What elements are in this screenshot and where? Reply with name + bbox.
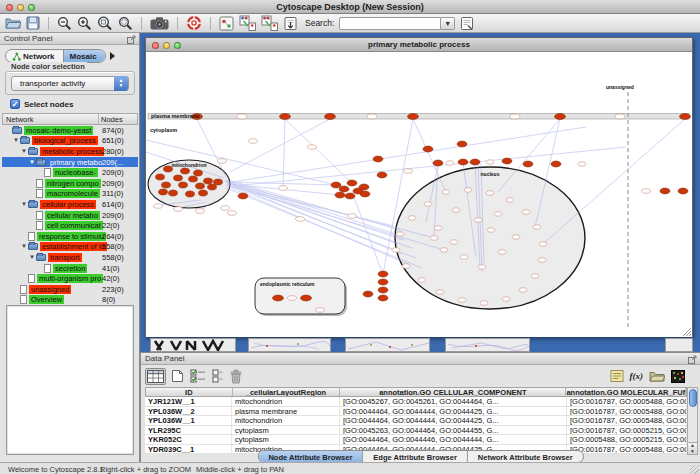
- fx-formula-icon[interactable]: f(x): [629, 370, 645, 382]
- tree-row[interactable]: cellular metabo209(0): [2, 210, 138, 221]
- cytoplasm-label: cytoplasm: [150, 127, 177, 133]
- page-icon: [36, 189, 43, 198]
- float-panel-icon[interactable]: [127, 35, 136, 44]
- column-header-region[interactable]: _cellularLayoutRegion: [233, 388, 341, 396]
- background-window-fragment[interactable]: [150, 338, 236, 352]
- status-pan-hint: Middle-click + drag to PAN: [196, 465, 284, 474]
- background-window-fragment[interactable]: [345, 338, 430, 352]
- select-nodes-checkbox[interactable]: ✓: [10, 99, 20, 109]
- disclosure-triangle-icon[interactable]: ▼: [21, 148, 28, 155]
- dropdown-stepper-icon: ▲▼: [114, 76, 128, 91]
- tab-network-attribute-browser[interactable]: Network Attribute Browser: [467, 451, 583, 462]
- tree-row[interactable]: ▼metabolic process280(0): [2, 146, 138, 157]
- page-icon: [44, 264, 51, 273]
- disclosure-triangle-icon[interactable]: ▼: [29, 159, 36, 166]
- scrollbar-thumb[interactable]: [689, 389, 698, 407]
- tree-header-nodes[interactable]: Nodes: [99, 114, 137, 124]
- table-row[interactable]: YPL036W__1mitochondrion[GO:0044464, GO:0…: [145, 416, 687, 426]
- disclosure-triangle-icon[interactable]: ▼: [29, 254, 36, 261]
- toolbar-separator: [210, 17, 211, 30]
- unselect-attributes-icon[interactable]: [211, 368, 224, 384]
- tab-overflow-arrow-icon[interactable]: [110, 52, 115, 60]
- zoom-out-icon[interactable]: [57, 16, 72, 31]
- tree-row[interactable]: nitrogen compo209(0): [2, 178, 138, 189]
- status-bar: Welcome to Cytoscape 2.8.1 Right-click +…: [0, 462, 700, 474]
- snapshot-camera-icon[interactable]: [150, 16, 169, 30]
- table-row[interactable]: YKR052Ccytoplasm[GO:0044464, GO:0044446,…: [145, 435, 687, 445]
- tree-row[interactable]: multi-organism pro42(0): [2, 273, 138, 284]
- tab-mosaic[interactable]: Mosaic: [63, 50, 105, 62]
- notepad-icon[interactable]: [609, 368, 625, 384]
- search-input[interactable]: [339, 17, 441, 30]
- float-panel-icon[interactable]: [688, 355, 697, 364]
- tree-row[interactable]: ▼biological_process651(0): [2, 136, 138, 147]
- column-header-cellular-component[interactable]: annotation.GO CELLULAR_COMPONENT: [340, 388, 566, 396]
- matrix-view-icon[interactable]: [670, 369, 686, 384]
- status-welcome: Welcome to Cytoscape 2.8.1: [8, 465, 104, 474]
- background-window-fragment[interactable]: [248, 338, 331, 352]
- network-canvas[interactable]: plasma membrane cytoplasm mitochondrion …: [146, 52, 692, 337]
- tree-row[interactable]: response to stimulu264(0): [2, 231, 138, 242]
- folder-icon: [28, 243, 38, 250]
- import-annotation-icon[interactable]: [283, 16, 298, 31]
- tree-row[interactable]: ▼cellular process614(0): [2, 199, 138, 210]
- zoom-selected-icon[interactable]: [118, 16, 133, 31]
- tab-network[interactable]: Network: [6, 50, 63, 62]
- open-folder-icon[interactable]: [5, 16, 21, 30]
- tree-row[interactable]: nucleobase-209(0): [2, 167, 138, 178]
- plasma-membrane-label: plasma membrane: [151, 113, 199, 119]
- tab-edge-attribute-browser[interactable]: Edge Attribute Browser: [362, 451, 466, 462]
- save-icon[interactable]: [26, 16, 40, 30]
- tree-row[interactable]: unassigned223(0): [2, 284, 138, 295]
- window-resize-grip[interactable]: [683, 328, 691, 336]
- new-attribute-icon[interactable]: [170, 368, 185, 384]
- main-toolbar: Search: ▼: [0, 14, 700, 33]
- layout-region-icon[interactable]: [219, 16, 234, 31]
- column-header-id[interactable]: ID: [146, 388, 233, 396]
- table-vertical-scrollbar[interactable]: ▲▼: [687, 387, 698, 455]
- tree-row[interactable]: Overview8(0): [2, 295, 138, 306]
- help-lifering-icon[interactable]: [186, 15, 202, 31]
- folder-icon: [36, 254, 46, 261]
- disclosure-triangle-icon[interactable]: ▼: [21, 243, 28, 250]
- app-resize-grip[interactable]: [690, 465, 699, 474]
- tree-row-selected[interactable]: ▼primary metabo209(...: [2, 157, 138, 168]
- select-nodes-label: Select nodes: [24, 100, 73, 109]
- endoplasmic-reticulum-label: endoplasmic reticulum: [260, 281, 315, 287]
- search-box: ▼: [339, 17, 455, 30]
- table-row[interactable]: YPL036W__2plasma membrane[GO:0044464, GO…: [145, 407, 687, 417]
- tab-node-attribute-browser[interactable]: Node Attribute Browser: [258, 451, 362, 462]
- copy-edge-attributes-icon[interactable]: [261, 15, 278, 31]
- background-window-fragment[interactable]: [665, 338, 693, 352]
- network-view-window[interactable]: primary metabolic process: [145, 37, 693, 337]
- scrollbar-arrows[interactable]: ▲▼: [688, 442, 697, 454]
- import-table-folder-icon[interactable]: [648, 369, 666, 384]
- search-options-icon[interactable]: [460, 16, 474, 31]
- tree-header-network[interactable]: Network: [3, 114, 99, 124]
- select-attributes-icon[interactable]: [189, 368, 207, 384]
- table-row[interactable]: YLR295Ccytoplasm[GO:0045263, GO:0044464,…: [145, 426, 687, 436]
- background-window-fragment[interactable]: [445, 338, 530, 352]
- tree-row[interactable]: ▼transport558(0): [2, 252, 138, 263]
- zoom-fit-icon[interactable]: [97, 16, 113, 31]
- tree-row[interactable]: macromolecule311(0): [2, 189, 138, 200]
- data-panel: Data Panel f(x) ID _cellularLayoutRegion…: [140, 352, 700, 462]
- zoom-in-icon[interactable]: [77, 16, 92, 31]
- tree-row[interactable]: cell communicat22(0): [2, 220, 138, 231]
- tree-row[interactable]: secretion41(0): [2, 263, 138, 274]
- column-header-molecular-function[interactable]: annotation.GO MOLECULAR_FUNCTION: [566, 388, 686, 396]
- disclosure-triangle-icon[interactable]: ▼: [21, 201, 28, 208]
- tree-row[interactable]: ▼establishment of lo558(0): [2, 242, 138, 253]
- disclosure-triangle-icon[interactable]: ▼: [13, 137, 20, 144]
- attribute-table-icon[interactable]: [145, 368, 166, 385]
- control-panel: Control Panel Network Mosaic Node color …: [0, 33, 140, 462]
- search-label: Search:: [305, 18, 334, 28]
- table-row[interactable]: YJR121W__1mitochondrion[GO:0045267, GO:0…: [145, 397, 687, 407]
- copy-node-attributes-icon[interactable]: [239, 15, 256, 31]
- tree-row[interactable]: mosaic-demo-yeast874(0): [2, 125, 138, 136]
- node-color-dropdown[interactable]: transporter activity ▲▼: [11, 76, 129, 91]
- search-dropdown-button[interactable]: ▼: [441, 17, 455, 30]
- delete-attribute-trash-icon[interactable]: [228, 368, 244, 385]
- network-overview-panel[interactable]: [6, 305, 134, 455]
- page-icon: [36, 221, 43, 230]
